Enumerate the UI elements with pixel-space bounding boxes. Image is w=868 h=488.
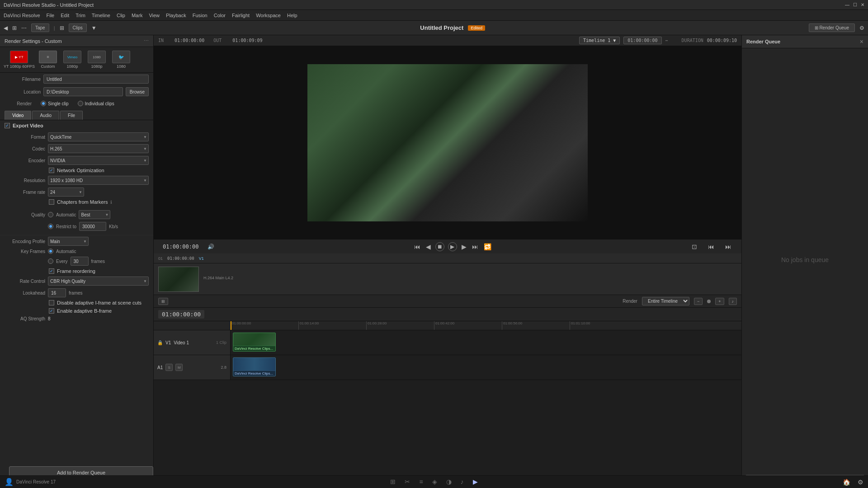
menu-workspace[interactable]: Workspace [256,13,281,18]
preset-vimeo[interactable]: Vimeo 1080p [61,51,84,69]
encoding-profile-select[interactable]: Main [48,237,89,246]
encoder-select-wrapper: NVIDIA [48,156,149,165]
more-icon[interactable]: ⋯ [21,25,27,31]
play-btn[interactable]: ▶ [448,242,457,251]
preset-1080p[interactable]: 1080 1080p [85,51,108,69]
tl-minus-btn[interactable]: − [694,298,703,305]
restrict-radio[interactable] [48,224,53,229]
playhead[interactable] [231,321,231,330]
menu-playback[interactable]: Playback [166,13,186,18]
step-back-btn[interactable]: ◀ [425,242,432,251]
edit-icon[interactable]: ≡ [419,478,423,485]
loop-btn[interactable]: 🔁 [483,242,492,251]
tab-audio[interactable]: Audio [32,111,59,120]
enable-adaptive-b-checkbox[interactable] [49,308,54,314]
menu-timeline[interactable]: Timeline [92,13,110,18]
menu-davinci[interactable]: DaVinci Resolve [4,13,40,18]
settings-status-icon[interactable]: ⚙ [858,479,863,486]
single-clip-option[interactable]: Single clip [41,101,69,106]
lookahead-input[interactable] [48,288,66,297]
cut-icon[interactable]: ✂ [405,478,410,485]
minimize-btn[interactable]: — [845,2,849,7]
next-clip-btn[interactable]: ⏭ [724,242,732,251]
track-a1-clip[interactable]: DaVinci Resolve Clips... [233,357,276,376]
export-video-checkbox[interactable] [5,123,10,128]
render-panel-menu-icon[interactable]: ⋯ [144,38,149,44]
mute-btn[interactable]: M [175,364,183,371]
dropdown-icon[interactable]: ▼ [91,25,97,31]
individual-clips-option[interactable]: Individual clips [78,101,114,106]
stop-btn[interactable]: ⏹ [435,242,444,251]
quality-best-select[interactable]: Best [79,210,110,219]
resolution-select[interactable]: 868 x 488 HD [48,176,149,185]
menu-trim[interactable]: Trim [75,13,85,18]
tape-btn[interactable]: Tape [31,23,49,32]
tab-file[interactable]: File [60,111,83,120]
audio-icon[interactable]: ♪ [729,298,737,305]
options-icon[interactable]: ⋯ [665,38,668,43]
media-pool-icon[interactable]: ⊞ [390,478,396,485]
network-opt-checkbox[interactable] [49,168,54,173]
clip-v1-label: DaVinci Resolve Clips... [233,346,275,351]
tab-video[interactable]: Video [5,111,31,120]
encoder-select[interactable]: NVIDIA [48,156,149,165]
go-to-end-btn[interactable]: ⏭ [471,242,479,251]
timeline-settings-icon[interactable]: ⊞ [158,298,168,305]
close-btn[interactable]: ✕ [861,2,864,7]
deliver-icon[interactable]: ▶ [473,478,478,485]
render-range-select[interactable]: Entire Timeline [642,297,689,305]
format-select[interactable]: QuickTime [48,132,149,141]
keyframes-every-radio[interactable] [48,258,53,264]
settings-icon[interactable]: ⚙ [859,25,864,31]
media-icon[interactable]: ⊞ [12,25,17,31]
preset-custom[interactable]: ≡ Custom [37,51,59,69]
tl-plus-btn[interactable]: + [715,298,724,305]
presets-row: ▶ YT YT 1080p 60FPS ≡ Custom Vimeo 1080p… [0,47,153,73]
volume-icon[interactable]: 🔊 [208,244,214,250]
solo-btn[interactable]: S [165,364,173,371]
timeline-selector[interactable]: Timeline 1 ▼ [579,37,620,44]
preset-youtube[interactable]: ▶ YT YT 1080p 60FPS [4,51,35,69]
rate-control-select[interactable]: CBR High Quality [48,277,149,286]
render-queue-close-icon[interactable]: × [860,38,863,45]
full-screen-btn[interactable]: ⊡ [691,242,698,251]
menu-clip[interactable]: Clip [117,13,125,18]
browse-button[interactable]: Browse [126,87,149,96]
step-forward-btn[interactable]: ▶ [461,242,467,251]
restrict-value-input[interactable] [79,222,106,231]
back-icon[interactable]: ◀ [4,25,8,31]
menu-color[interactable]: Color [214,13,226,18]
track-v1-clip[interactable]: DaVinci Resolve Clips... [233,333,276,352]
single-clip-radio[interactable] [41,101,46,106]
frame-reordering-checkbox[interactable] [49,268,54,274]
menu-edit[interactable]: Edit [61,13,69,18]
grid-icon[interactable]: ⊞ [60,25,64,31]
go-to-start-btn[interactable]: ⏮ [413,242,421,251]
keyframes-auto-radio[interactable] [48,249,53,254]
preset-twitter[interactable]: 🐦 1080 [110,51,132,69]
maximize-btn[interactable]: ☐ [853,2,857,7]
fusion-icon[interactable]: ◈ [432,478,437,485]
menu-fairlight[interactable]: Fairlight [232,13,250,18]
prev-clip-btn[interactable]: ⏮ [707,242,715,251]
fairlight-icon[interactable]: ♪ [461,478,464,485]
keyframes-every-input[interactable] [71,257,89,266]
chapters-checkbox[interactable] [49,199,54,205]
location-input[interactable] [43,87,123,96]
quality-auto-radio[interactable] [48,212,53,217]
menu-file[interactable]: File [47,13,55,18]
individual-clips-radio[interactable] [78,101,83,106]
clips-btn[interactable]: Clips [69,23,87,32]
menu-help[interactable]: Help [287,13,297,18]
codec-select[interactable]: H.265 [48,144,149,153]
menu-fusion[interactable]: Fusion [193,13,208,18]
window-controls[interactable]: — ☐ ✕ [845,2,864,7]
filename-input[interactable] [43,75,149,84]
home-icon[interactable]: 🏠 [843,479,850,486]
menu-mark[interactable]: Mark [132,13,142,18]
color-icon[interactable]: ◑ [446,478,452,485]
disable-adaptive-checkbox[interactable] [49,300,54,305]
framerate-select[interactable]: 24 [48,188,84,197]
menu-view[interactable]: View [149,13,160,18]
render-queue-btn[interactable]: ⊞ Render Queue [809,23,855,32]
